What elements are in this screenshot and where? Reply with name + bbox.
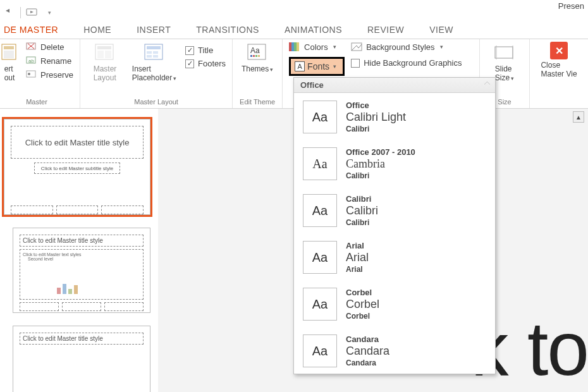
slide-size-button[interactable]: Slide Size▾: [486, 42, 523, 82]
font-theme-body: Calibri: [346, 218, 378, 227]
font-theme-name: Calibri: [346, 194, 378, 204]
font-theme-item[interactable]: AaOfficeCalibri LightCalibri: [294, 93, 495, 140]
svg-text:ab: ab: [28, 58, 34, 64]
font-sample-icon: Aa: [303, 288, 337, 321]
footers-checkbox[interactable]: ✓Footers: [185, 59, 226, 68]
tab-review[interactable]: REVIEW: [364, 22, 408, 39]
font-theme-body: Calibri: [346, 125, 406, 133]
layout-thumbnail[interactable]: Click to edit Master title style: [13, 326, 150, 392]
font-theme-body: Arial: [346, 265, 369, 274]
font-sample-icon: Aa: [303, 334, 337, 367]
font-sample-icon: Aa: [303, 147, 337, 180]
group-close: ✕ Close Master Vie: [530, 39, 588, 108]
footer-placeholder: [56, 205, 99, 214]
group-master-layout: Master Layout Insert Placeholder▾ ✓Title…: [80, 39, 233, 108]
undo-dropdown-icon[interactable]: [3, 6, 16, 20]
footers-checkbox-label: Footers: [198, 59, 226, 68]
checkbox-checked-icon: ✓: [185, 59, 194, 68]
font-sample-icon: Aa: [303, 194, 337, 227]
footer-placeholder: [101, 205, 144, 214]
chevron-down-icon: ▾: [511, 75, 514, 82]
layout-text-line: Second level: [28, 257, 140, 261]
svg-text:Aa: Aa: [250, 46, 260, 55]
fonts-dropdown-panel: Office AaOfficeCalibri LightCalibriAaOff…: [293, 77, 496, 374]
svg-rect-20: [153, 55, 158, 58]
background-styles-button[interactable]: Background Styles▾: [351, 42, 462, 52]
insert-placeholder-label: Insert Placeholder▾: [132, 64, 176, 82]
group-label-master-layout: Master Layout: [87, 97, 226, 107]
colors-label: Colors: [304, 42, 328, 52]
font-theme-name: Arial: [346, 241, 369, 250]
font-sample-icon: Aa: [303, 101, 337, 133]
font-theme-item[interactable]: AaCalibriCalibriCalibri: [294, 187, 495, 233]
background-styles-icon: [351, 42, 362, 52]
tab-transitions[interactable]: TRANSITIONS: [192, 22, 263, 39]
close-master-view-button[interactable]: ✕ Close Master Vie: [536, 42, 582, 78]
svg-rect-3: [4, 51, 14, 58]
master-layout-button[interactable]: Master Layout: [87, 42, 123, 82]
ribbon-tabs: DE MASTER HOME INSERT TRANSITIONS ANIMAT…: [0, 21, 588, 39]
slide-size-label: Slide Size▾: [495, 64, 514, 82]
tab-animations[interactable]: ANIMATIONS: [281, 22, 346, 39]
tab-view[interactable]: VIEW: [426, 22, 457, 39]
master-slide-thumbnail[interactable]: Click to edit Master title style Click t…: [4, 119, 150, 215]
fonts-dropdown-header: Office: [294, 78, 495, 93]
checkbox-icon: [351, 59, 360, 68]
title-checkbox[interactable]: ✓Title: [185, 46, 226, 55]
rename-button[interactable]: abRename: [25, 56, 73, 66]
tab-home[interactable]: HOME: [80, 22, 115, 39]
themes-label: Themes▾: [242, 64, 273, 73]
scroll-up-icon[interactable]: ▲: [573, 111, 584, 123]
group-edit-master: ert out Delete abRename Preserve Master: [0, 39, 80, 108]
svg-rect-19: [147, 55, 152, 58]
font-theme-name: Candara: [346, 334, 389, 344]
thumbnail-pane[interactable]: Click to edit Master title style Click t…: [0, 109, 158, 392]
title-checkbox-label: Title: [198, 46, 213, 55]
preserve-button[interactable]: Preserve: [25, 70, 73, 80]
presentation-mode-icon[interactable]: [25, 6, 39, 20]
insert-layout-button[interactable]: ert out: [0, 42, 19, 82]
font-theme-item[interactable]: AaCandaraCandaraCandara: [294, 327, 495, 374]
qat-dropdown-icon[interactable]: ▾: [42, 6, 56, 20]
layout-text-line: Click to edit Master text styles: [23, 252, 140, 257]
font-theme-heading: Calibri Light: [346, 111, 406, 124]
chevron-down-icon: ▾: [270, 66, 273, 73]
svg-point-10: [28, 73, 30, 75]
font-theme-heading: Corbel: [346, 298, 379, 311]
delete-button[interactable]: Delete: [25, 42, 73, 52]
hide-background-checkbox[interactable]: Hide Background Graphics: [351, 58, 462, 68]
font-theme-item[interactable]: AaOffice 2007 - 2010CambriaCalibri: [294, 140, 495, 187]
svg-rect-32: [495, 47, 513, 58]
themes-button[interactable]: Aa Themes▾: [239, 42, 276, 73]
layout-thumbnail[interactable]: Click to edit Master title style Click t…: [13, 228, 150, 313]
tab-insert[interactable]: INSERT: [133, 22, 175, 39]
footer-placeholder: [62, 302, 101, 311]
rename-icon: ab: [25, 56, 37, 66]
font-theme-item[interactable]: AaCorbelCorbelCorbel: [294, 280, 495, 327]
font-theme-name: Office: [346, 101, 406, 110]
fonts-button[interactable]: A Fonts ▾: [289, 57, 345, 76]
layout-title-placeholder: Click to edit Master title style: [20, 235, 144, 247]
master-layout-label: Master Layout: [94, 64, 117, 82]
svg-rect-16: [147, 46, 161, 49]
placeholder-icon: [144, 42, 165, 63]
preserve-label: Preserve: [40, 70, 73, 80]
svg-rect-23: [250, 55, 252, 57]
insert-placeholder-button[interactable]: Insert Placeholder▾: [130, 42, 179, 82]
fonts-label: Fonts: [307, 61, 329, 71]
close-label: Close Master Vie: [541, 61, 577, 78]
footer-placeholder: [104, 302, 144, 311]
svg-rect-2: [4, 46, 14, 49]
font-theme-body: Candara: [346, 358, 389, 367]
colors-button[interactable]: Colors▾: [289, 42, 345, 52]
tab-slide-master[interactable]: DE MASTER: [0, 22, 62, 39]
svg-rect-28: [291, 42, 294, 51]
svg-rect-25: [255, 55, 257, 57]
font-theme-name: Corbel: [346, 288, 379, 297]
layout-icon: [0, 42, 20, 63]
delete-label: Delete: [40, 42, 64, 52]
close-icon: ✕: [550, 42, 568, 59]
layout-title-placeholder: Click to edit Master title style: [20, 333, 144, 345]
font-theme-item[interactable]: AaArialArialArial: [294, 233, 495, 280]
svg-rect-14: [105, 51, 111, 58]
